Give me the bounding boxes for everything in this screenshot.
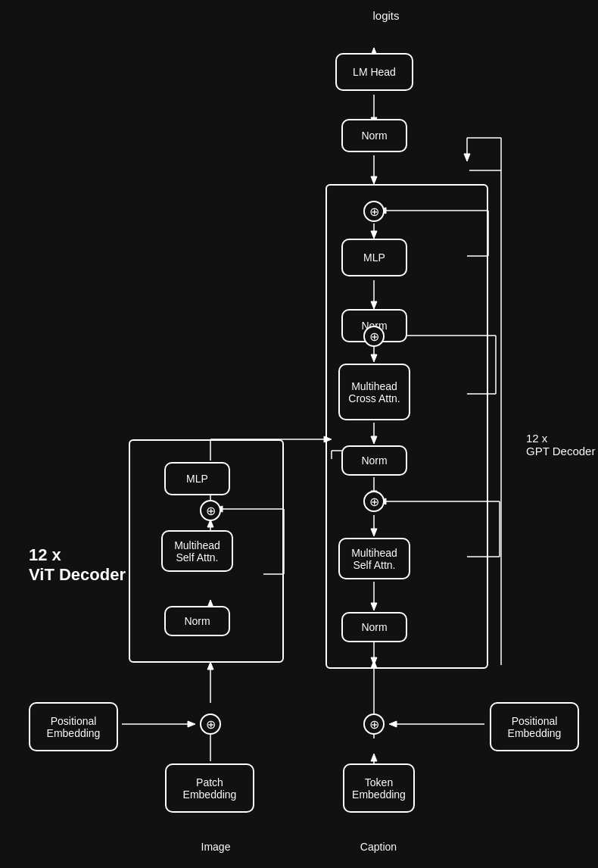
12x-gpt-line1: 12 x	[526, 432, 595, 445]
multihead-gpt-self-label1: Multihead	[351, 547, 397, 559]
multihead-cross-box: Multihead Cross Attn.	[338, 364, 410, 420]
multihead-gpt-self-box: Multihead Self Attn.	[338, 538, 410, 579]
mlp-vit-box: MLP	[164, 462, 230, 495]
gpt-cross-residual-plus: ⊕	[363, 326, 385, 347]
norm-gpt-self-box: Norm	[341, 612, 407, 642]
12x-gpt-label: 12 x GPT Decoder	[526, 432, 595, 457]
svg-marker-65	[188, 721, 195, 727]
logits-label: logits	[356, 9, 416, 22]
token-embed-box: Token Embedding	[343, 763, 415, 813]
norm-gpt-cross-box: Norm	[341, 445, 407, 476]
caption-label: Caption	[348, 841, 409, 853]
pos-embed-right-box: Positional Embedding	[490, 702, 579, 751]
svg-marker-67	[389, 721, 397, 727]
lm-head-label: LM Head	[353, 66, 396, 78]
token-embed-label2: Embedding	[352, 788, 406, 801]
pos-embed-left-label1: Positional	[51, 715, 97, 727]
12x-vit-line2: ViT Decoder	[29, 565, 126, 585]
norm-vit-box: Norm	[164, 606, 230, 636]
pos-embed-left-label2: Embedding	[47, 727, 101, 739]
norm-top-label: Norm	[361, 130, 387, 142]
lm-head-box: LM Head	[335, 53, 413, 91]
image-label: Image	[185, 841, 246, 853]
norm-top-box: Norm	[341, 119, 407, 152]
patch-embed-label1: Patch	[196, 776, 223, 788]
multihead-cross-label2: Cross Attn.	[348, 392, 400, 404]
norm-gpt-self-label: Norm	[361, 621, 387, 633]
multihead-vit-self-label2: Self Attn.	[176, 551, 218, 564]
patch-embed-label2: Embedding	[183, 788, 237, 801]
pos-embed-left-box: Positional Embedding	[29, 702, 118, 751]
multihead-gpt-self-label2: Self Attn.	[353, 559, 395, 571]
multihead-vit-self-label1: Multihead	[174, 539, 220, 551]
token-embed-label1: Token	[365, 776, 393, 788]
multihead-cross-label1: Multihead	[351, 380, 397, 392]
mlp-gpt-box: MLP	[341, 239, 407, 276]
svg-marker-25	[371, 754, 377, 761]
12x-vit-line1: 12 x	[29, 545, 126, 565]
svg-marker-43	[464, 154, 470, 161]
pos-embed-right-label1: Positional	[512, 715, 558, 727]
gpt-self-residual-plus: ⊕	[363, 491, 385, 512]
svg-marker-47	[207, 662, 213, 670]
12x-vit-label: 12 x ViT Decoder	[29, 545, 126, 585]
mlp-vit-label: MLP	[186, 473, 208, 485]
svg-marker-5	[371, 176, 377, 184]
gpt-mlp-residual-plus: ⊕	[363, 201, 385, 222]
diagram: logits LM Head Norm ⊕ MLP Norm ⊕ Multihe…	[0, 0, 598, 868]
caption-pos-add-plus: ⊕	[363, 713, 385, 735]
patch-embed-box: Patch Embedding	[165, 763, 254, 813]
norm-vit-label: Norm	[184, 615, 210, 627]
12x-gpt-line2: GPT Decoder	[526, 445, 595, 457]
pos-embed-right-label2: Embedding	[508, 727, 562, 739]
multihead-vit-self-box: Multihead Self Attn.	[161, 530, 233, 572]
mlp-gpt-label: MLP	[363, 251, 385, 264]
vit-self-residual-plus: ⊕	[200, 500, 221, 521]
image-pos-add-plus: ⊕	[200, 713, 221, 735]
norm-gpt-cross-label: Norm	[361, 454, 387, 467]
